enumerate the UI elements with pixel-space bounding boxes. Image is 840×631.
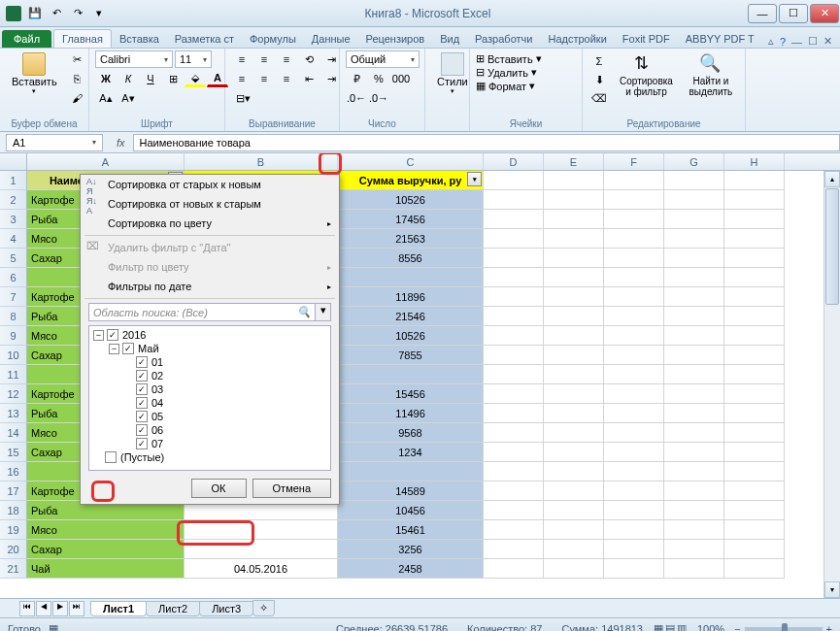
sheet-tab-1[interactable]: Лист1 xyxy=(90,601,147,616)
cell[interactable] xyxy=(604,540,664,559)
cell[interactable] xyxy=(664,443,724,462)
scroll-down-icon[interactable]: ▾ xyxy=(824,581,840,598)
cell[interactable] xyxy=(338,462,484,482)
cell[interactable] xyxy=(604,326,664,346)
cell[interactable] xyxy=(484,268,544,287)
cell[interactable] xyxy=(544,229,604,249)
cell[interactable] xyxy=(724,559,785,579)
cell[interactable] xyxy=(185,540,338,559)
cell[interactable]: 10526 xyxy=(338,326,484,346)
cell[interactable] xyxy=(484,326,544,346)
col-header-e[interactable]: E xyxy=(544,153,604,170)
row-header[interactable]: 15 xyxy=(0,443,27,462)
inner-min-icon[interactable]: — xyxy=(791,36,802,48)
cell[interactable] xyxy=(724,268,785,287)
font-name-combo[interactable]: Calibri▾ xyxy=(95,50,173,68)
cell[interactable] xyxy=(724,482,785,501)
cell[interactable]: 1234 xyxy=(338,443,484,462)
checkbox-month[interactable]: ✓ xyxy=(122,343,134,354)
cell[interactable] xyxy=(484,520,544,540)
vertical-scrollbar[interactable]: ▴ ▾ xyxy=(823,171,840,598)
cell[interactable]: 9568 xyxy=(338,423,484,443)
inner-close-icon[interactable]: ✕ xyxy=(823,35,832,48)
cell[interactable] xyxy=(664,190,724,210)
excel-icon[interactable] xyxy=(4,4,23,23)
cell[interactable] xyxy=(664,229,724,249)
sheet-nav-last[interactable]: ⏭ xyxy=(69,601,84,616)
sort-newest-oldest[interactable]: Я↓A Сортировка от новых к старым xyxy=(81,194,339,214)
search-dropdown-icon[interactable]: ▾ xyxy=(316,303,331,321)
font-size-combo[interactable]: 11▾ xyxy=(175,50,212,68)
cell[interactable] xyxy=(604,423,664,443)
cell[interactable] xyxy=(484,559,544,579)
cell[interactable] xyxy=(544,326,604,346)
dec-decimal-icon[interactable]: .0→ xyxy=(368,89,389,107)
select-all-corner[interactable] xyxy=(0,153,27,170)
col-header-b[interactable]: B xyxy=(185,153,338,170)
cell[interactable] xyxy=(604,501,664,520)
help-icon[interactable]: ? xyxy=(780,36,786,48)
cell[interactable] xyxy=(544,346,604,365)
cell[interactable] xyxy=(604,268,664,287)
cancel-button[interactable]: Отмена xyxy=(252,479,331,498)
tab-abbyy[interactable]: ABBYY PDF T xyxy=(678,30,762,48)
cell[interactable] xyxy=(484,501,544,520)
sort-oldest-newest[interactable]: A↓Я Сортировка от старых к новым xyxy=(81,175,339,194)
cell[interactable] xyxy=(664,307,724,326)
tree-day-node[interactable]: ✓05 xyxy=(91,410,328,423)
cell[interactable] xyxy=(664,249,724,268)
cell[interactable] xyxy=(604,229,664,249)
cell[interactable] xyxy=(664,346,724,365)
grow-font-icon[interactable]: A▴ xyxy=(95,89,117,107)
cut-icon[interactable]: ✂ xyxy=(67,50,88,68)
cell[interactable] xyxy=(338,268,484,287)
cell[interactable] xyxy=(664,268,724,287)
align-left-icon[interactable]: ≡ xyxy=(231,70,252,87)
cell[interactable] xyxy=(484,229,544,249)
cell[interactable] xyxy=(544,287,604,307)
row-header[interactable]: 21 xyxy=(0,559,27,579)
cell[interactable] xyxy=(664,404,724,423)
inner-restore-icon[interactable]: ☐ xyxy=(808,35,818,48)
cell[interactable]: 8556 xyxy=(338,249,484,268)
italic-icon[interactable]: К xyxy=(118,70,139,87)
align-center-icon[interactable]: ≡ xyxy=(253,70,275,87)
cell[interactable] xyxy=(484,307,544,326)
cell[interactable] xyxy=(724,423,785,443)
cell[interactable] xyxy=(544,482,604,501)
tab-formulas[interactable]: Формулы xyxy=(242,30,304,48)
checkbox-day[interactable]: ✓ xyxy=(136,397,148,409)
undo-icon[interactable]: ↶ xyxy=(47,4,66,23)
cell[interactable] xyxy=(544,443,604,462)
cell[interactable] xyxy=(604,384,664,404)
sheet-nav-next[interactable]: ▶ xyxy=(52,601,68,616)
format-painter-icon[interactable]: 🖌 xyxy=(67,89,88,107)
minimize-button[interactable]: — xyxy=(748,4,777,23)
checkbox-day[interactable]: ✓ xyxy=(136,383,148,395)
tab-view[interactable]: Вид xyxy=(432,30,467,48)
checkbox-day[interactable]: ✓ xyxy=(136,424,148,436)
cell[interactable] xyxy=(724,210,785,229)
tab-data[interactable]: Данные xyxy=(304,30,358,48)
cell[interactable] xyxy=(664,210,724,229)
clear-icon[interactable]: ⌫ xyxy=(588,89,610,107)
cell[interactable] xyxy=(544,462,604,482)
fx-icon[interactable]: fx xyxy=(109,137,133,149)
row-header[interactable]: 2 xyxy=(0,190,27,210)
border-icon[interactable]: ⊞ xyxy=(162,70,184,87)
maximize-button[interactable]: ☐ xyxy=(779,4,808,23)
sheet-tab-3[interactable]: Лист3 xyxy=(199,601,253,616)
percent-icon[interactable]: % xyxy=(368,70,389,87)
cell[interactable] xyxy=(664,423,724,443)
cell[interactable] xyxy=(484,462,544,482)
bold-icon[interactable]: Ж xyxy=(95,70,117,87)
checkbox-day[interactable]: ✓ xyxy=(136,370,148,382)
row-header[interactable]: 12 xyxy=(0,384,27,404)
checkbox-day[interactable]: ✓ xyxy=(136,356,148,368)
paste-button[interactable]: Вставить ▾ xyxy=(6,50,63,97)
indent-inc-icon[interactable]: ⇥ xyxy=(320,70,342,87)
cell[interactable] xyxy=(664,171,724,190)
cell[interactable] xyxy=(724,443,785,462)
find-select-button[interactable]: 🔍 Найти и выделить xyxy=(683,50,739,99)
header-cell-c[interactable]: Сумма выручки, ру▾ xyxy=(338,171,484,190)
